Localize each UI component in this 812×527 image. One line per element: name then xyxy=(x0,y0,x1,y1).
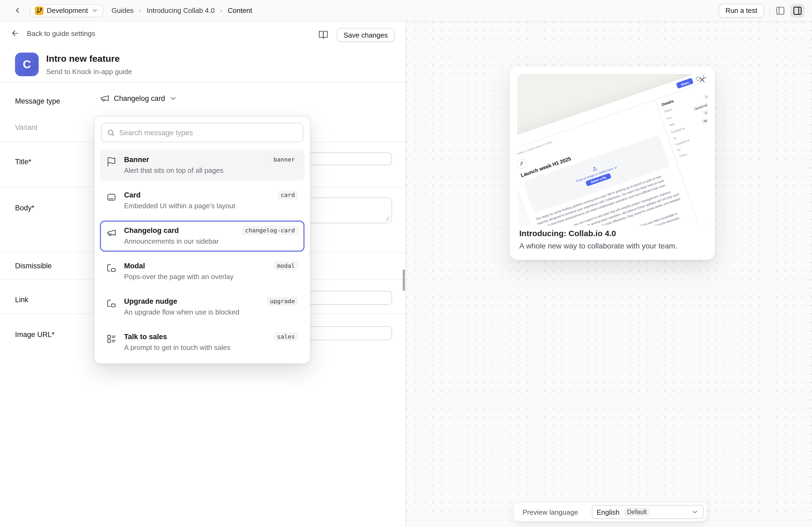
history-back-button[interactable] xyxy=(11,4,24,17)
preview-close-button[interactable] xyxy=(695,73,708,86)
save-changes-button[interactable]: Save changes xyxy=(336,28,395,42)
link-label: Link xyxy=(15,296,28,304)
back-to-guide-settings-link[interactable]: Back to guide settings xyxy=(11,29,95,37)
chevron-left-icon xyxy=(13,6,21,15)
body-label: Body* xyxy=(15,204,34,212)
card-icon xyxy=(106,192,117,202)
option-badge: banner xyxy=(271,155,298,164)
option-upgrade-nudge[interactable]: Upgrade nudgeupgrade An upgrade flow whe… xyxy=(100,291,305,322)
variant-label: Variant xyxy=(15,123,38,132)
option-talk-to-sales[interactable]: Talk to salessales A prompt to get in to… xyxy=(100,327,305,358)
modal-overlay-icon xyxy=(106,263,117,273)
section-divider xyxy=(0,82,405,82)
breadcrumb-content[interactable]: Content xyxy=(228,6,252,15)
preview-language-label: Preview language xyxy=(523,508,578,516)
megaphone-icon xyxy=(100,93,110,103)
search-icon xyxy=(107,129,115,137)
message-type-dropdown: Bannerbanner Alert that sits on top of a… xyxy=(94,116,310,364)
layout-list-icon xyxy=(106,334,117,344)
option-badge: card xyxy=(277,191,298,200)
environment-switcher[interactable]: Development xyxy=(30,4,103,17)
option-title: Banner xyxy=(124,156,149,164)
option-title: Modal xyxy=(124,262,145,270)
option-badge: modal xyxy=(274,261,298,270)
chevron-down-icon xyxy=(170,94,177,102)
breadcrumb-separator: › xyxy=(139,6,142,15)
arrow-left-icon xyxy=(11,29,19,37)
option-title: Talk to sales xyxy=(124,333,167,341)
option-badge: changelog-card xyxy=(242,226,298,235)
option-description: Embedded UI within a page's layout xyxy=(124,202,298,210)
panel-right-icon xyxy=(793,6,802,15)
option-title: Changelog card xyxy=(124,226,179,235)
image-url-label: Image URL* xyxy=(15,331,55,338)
toggle-right-panel-button[interactable] xyxy=(791,3,804,17)
message-type-label: Message type xyxy=(15,97,60,105)
book-open-icon xyxy=(318,30,328,40)
preview-card-subtitle: A whole new way to collaborate with your… xyxy=(519,241,705,250)
message-type-value: Changelog card xyxy=(114,94,165,102)
upload-icon xyxy=(591,165,598,172)
title-label: Title* xyxy=(15,158,31,166)
mock-share-button: Share xyxy=(676,78,694,89)
language-value: English xyxy=(597,508,620,516)
option-card[interactable]: Cardcard Embedded UI within a page's lay… xyxy=(100,185,305,216)
toolbar-divider xyxy=(770,5,770,16)
environment-label: Development xyxy=(47,6,88,15)
chevron-down-icon xyxy=(91,7,98,14)
chevron-down-icon xyxy=(691,508,699,516)
git-branch-icon xyxy=(35,6,44,15)
message-type-search[interactable] xyxy=(101,123,303,142)
preview-card-title: Introducing: Collab.io 4.0 xyxy=(519,229,705,238)
breadcrumb-separator: › xyxy=(220,6,222,15)
changelog-card-preview: Share Collab.io HomeInboxFavorites2025 Q… xyxy=(510,66,715,260)
guide-editor-app: Development Guides › Introducing Collab … xyxy=(0,0,812,527)
search-input[interactable] xyxy=(119,129,298,137)
breadcrumb: Guides › Introducing Collab 4.0 › Conten… xyxy=(112,6,252,15)
megaphone-icon xyxy=(106,228,117,238)
breadcrumb-guides[interactable]: Guides xyxy=(112,6,133,15)
option-badge: sales xyxy=(274,332,298,341)
preview-panel: Share Collab.io HomeInboxFavorites2025 Q… xyxy=(407,21,812,527)
resize-grip-icon[interactable] xyxy=(385,216,390,221)
back-link-label: Back to guide settings xyxy=(27,29,95,37)
breadcrumb-guide-name[interactable]: Introducing Collab 4.0 xyxy=(147,6,215,15)
collab-app-mock: Share Collab.io HomeInboxFavorites2025 Q… xyxy=(517,74,707,225)
panel-left-icon xyxy=(775,6,785,15)
option-title: Card xyxy=(124,191,141,199)
option-title: Upgrade nudge xyxy=(124,297,177,305)
preview-docs-button[interactable] xyxy=(318,30,328,40)
option-description: An upgrade flow when use is blocked xyxy=(124,308,298,316)
option-banner[interactable]: Bannerbanner Alert that sits on top of a… xyxy=(100,150,305,181)
upgrade-overlay-icon xyxy=(106,298,117,308)
guide-content-editor-panel: Back to guide settings Save changes C In… xyxy=(0,21,406,527)
option-description: Announcements in our sidebar xyxy=(124,237,298,245)
guide-avatar: C xyxy=(15,52,39,76)
option-description: A prompt to get in touch with sales xyxy=(124,344,298,351)
mock-rocket-icon xyxy=(517,158,527,169)
guide-subtitle: Send to Knock in-app guide xyxy=(46,67,132,76)
close-icon xyxy=(698,75,706,84)
option-badge: upgrade xyxy=(267,297,298,306)
option-changelog-card[interactable]: Changelog cardchangelog-card Announcemen… xyxy=(100,221,305,252)
option-modal[interactable]: Modalmodal Pops-over the page with an ov… xyxy=(100,256,305,287)
toggle-left-panel-button[interactable] xyxy=(775,6,785,15)
language-default-badge: Default xyxy=(624,508,650,516)
message-type-options: Bannerbanner Alert that sits on top of a… xyxy=(100,150,305,358)
preview-image: Share Collab.io HomeInboxFavorites2025 Q… xyxy=(517,74,707,225)
preview-language-select[interactable]: English Default xyxy=(592,505,704,519)
message-type-select[interactable]: Changelog card xyxy=(100,93,177,103)
dismissible-label: Dismissible xyxy=(15,262,52,270)
flag-icon xyxy=(106,157,117,167)
top-bar: Development Guides › Introducing Collab … xyxy=(0,0,812,21)
preview-language-bar: Preview language English Default xyxy=(514,503,707,521)
option-description: Alert that sits on top of all pages xyxy=(124,166,298,175)
run-test-button[interactable]: Run a test xyxy=(718,3,764,17)
scrollbar-thumb[interactable] xyxy=(403,269,405,291)
guide-title: Intro new feature xyxy=(46,54,120,64)
option-description: Pops-over the page with an overlay xyxy=(124,273,298,281)
